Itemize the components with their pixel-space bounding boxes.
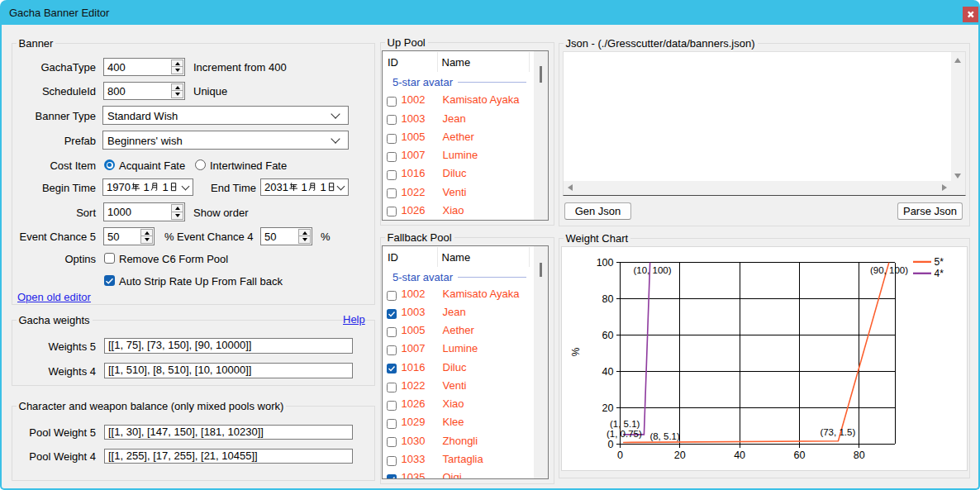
svg-text:(73, 1.5): (73, 1.5): [820, 427, 855, 437]
svg-text:5*: 5*: [935, 256, 944, 268]
svg-text:60: 60: [793, 450, 805, 461]
svg-text:40: 40: [734, 450, 745, 461]
svg-text:20: 20: [602, 402, 614, 414]
svg-text:(10, 100): (10, 100): [634, 265, 672, 275]
svg-text:(90, 100): (90, 100): [870, 265, 908, 275]
svg-text:4*: 4*: [935, 268, 944, 279]
svg-text:80: 80: [602, 293, 614, 305]
svg-text:(1, 5.1): (1, 5.1): [610, 419, 640, 429]
svg-text:20: 20: [674, 450, 686, 461]
svg-text:(8, 5.1): (8, 5.1): [649, 431, 680, 441]
svg-text:40: 40: [602, 366, 614, 378]
svg-text:%: %: [570, 347, 582, 356]
svg-text:100: 100: [597, 257, 614, 269]
svg-text:60: 60: [602, 330, 614, 341]
svg-text:80: 80: [854, 450, 865, 461]
svg-text:0: 0: [617, 450, 623, 461]
svg-text:(1, 0.75): (1, 0.75): [607, 429, 642, 439]
svg-text:0: 0: [608, 439, 614, 450]
